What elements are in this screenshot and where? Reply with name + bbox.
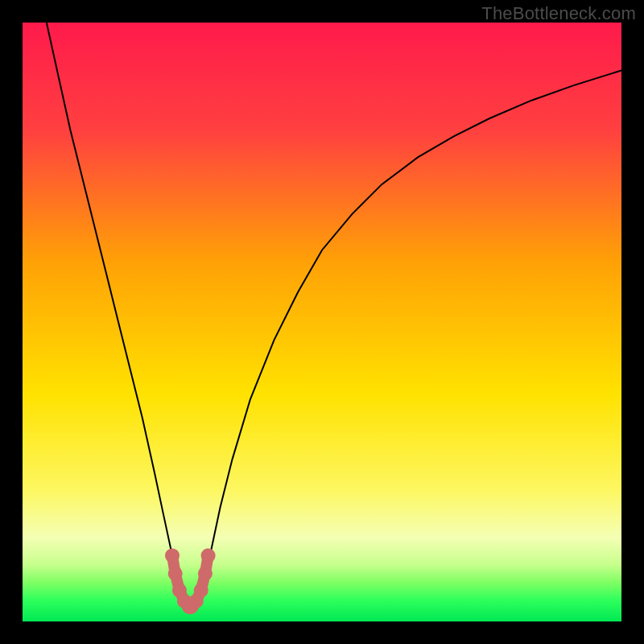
bottleneck-chart: [23, 23, 621, 621]
highlight-dot: [165, 548, 180, 563]
highlight-dot: [168, 567, 183, 581]
watermark-text: TheBottleneck.com: [481, 3, 636, 24]
plot-frame: [23, 23, 621, 621]
chart-background: [23, 23, 621, 621]
highlight-dot: [201, 548, 216, 563]
highlight-dot: [198, 567, 213, 581]
highlight-dot: [194, 583, 208, 597]
